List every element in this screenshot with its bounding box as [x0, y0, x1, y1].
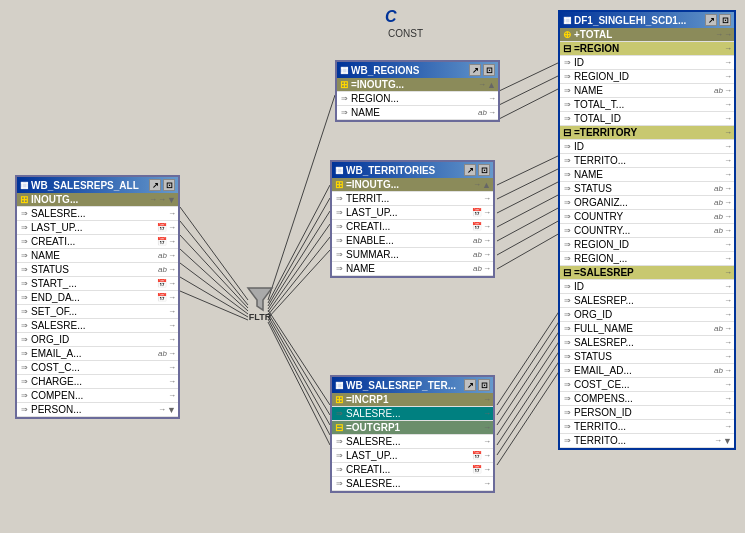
table-wb-regions[interactable]: ▦ WB_REGIONS ↗ ⊡ ⊞ =INOUTG... →▲ ⇒ REGIO…	[335, 60, 500, 122]
table-row[interactable]: ⇒ SALESRE... →	[332, 407, 493, 421]
table-row[interactable]: ⇒ ORGANIZ... ab→	[560, 196, 734, 210]
table-row[interactable]: ⇒ TERRITO... →▼	[560, 434, 734, 448]
table-row[interactable]: ⊞ =INCRP1 →	[332, 393, 493, 407]
restore-icon[interactable]: ⊡	[163, 179, 175, 191]
row-text: ENABLE...	[346, 235, 473, 246]
restore-icon[interactable]: ⊡	[483, 64, 495, 76]
table-row[interactable]: ⊟ =REGION →	[560, 42, 734, 56]
table-row[interactable]: ⇒ EMAIL_AD... ab→	[560, 364, 734, 378]
table-row[interactable]: ⇒ COST_C... →	[17, 361, 178, 375]
table-row[interactable]: ⇒ SUMMAR... ab→	[332, 248, 493, 262]
table-row[interactable]: ⇒ ID →	[560, 56, 734, 70]
table-row[interactable]: ⇒ ID →	[560, 280, 734, 294]
table-row[interactable]: ⇒ SALESRE... →	[332, 477, 493, 491]
row-text: =INOUTG...	[351, 79, 478, 90]
restore-icon[interactable]: ⊡	[478, 379, 490, 391]
table-row[interactable]: ⇒ LAST_UP... 📅→	[17, 221, 178, 235]
table-row[interactable]: ⇒ TERRITO... →	[560, 420, 734, 434]
table-wb-salesrep-ter[interactable]: ▦ WB_SALESREP_TER... ↗ ⊡ ⊞ =INCRP1 → ⇒ S…	[330, 375, 495, 493]
table-row[interactable]: ⇒ NAME ab→	[337, 106, 498, 120]
table-row[interactable]: ⊞ =INOUTG... →▲	[332, 178, 493, 192]
row-text: STATUS	[31, 264, 158, 275]
table-row[interactable]: ⇒ START_... 📅→	[17, 277, 178, 291]
table-row[interactable]: ⇒ REGION... →	[337, 92, 498, 106]
arrow-icon: ⇒	[334, 208, 344, 218]
table-row[interactable]: ⇒ REGION_ID →	[560, 238, 734, 252]
table-row[interactable]: ⇒ REGION_ID →	[560, 70, 734, 84]
table-row[interactable]: ⇒ ENABLE... ab→	[332, 234, 493, 248]
svg-line-27	[497, 220, 560, 255]
maximize-icon[interactable]: ↗	[149, 179, 161, 191]
table-row[interactable]: ⇒ CHARGE... →	[17, 375, 178, 389]
row-text: ID	[574, 57, 724, 68]
table-row[interactable]: ⇒ NAME ab→	[560, 84, 734, 98]
table-row[interactable]: ⇒ TOTAL_ID →	[560, 112, 734, 126]
table-row[interactable]: ⇒ CREATI... 📅→	[332, 463, 493, 477]
arrow-icon: ⇒	[562, 436, 572, 446]
table-row[interactable]: ⊞ =INOUTG... →▲	[337, 78, 498, 92]
table-row[interactable]: ⊟ =TERRITORY →	[560, 126, 734, 140]
maximize-icon[interactable]: ↗	[464, 379, 476, 391]
table-row[interactable]: ⇒ NAME ab→	[17, 249, 178, 263]
table-row[interactable]: ⇒ COMPEN... →	[17, 389, 178, 403]
table-row[interactable]: ⊟ =OUTGRP1 →	[332, 421, 493, 435]
table-row[interactable]: ⊟ =SALESREP →	[560, 266, 734, 280]
row-text: FULL_NAME	[574, 323, 714, 334]
table-row[interactable]: ⊞ INOUTG... →→▼	[17, 193, 178, 207]
arrow-icon: ⇒	[19, 293, 29, 303]
table-row[interactable]: ⇒ ORG_ID →	[17, 333, 178, 347]
table-row[interactable]: ⇒ FULL_NAME ab→	[560, 322, 734, 336]
table-row[interactable]: ⇒ COST_CE... →	[560, 378, 734, 392]
table-row[interactable]: ⇒ SALESRE... →	[17, 319, 178, 333]
maximize-icon[interactable]: ↗	[464, 164, 476, 176]
table-row[interactable]: ⇒ COUNTRY ab→	[560, 210, 734, 224]
table-row[interactable]: ⇒ STATUS ab→	[17, 263, 178, 277]
table-row[interactable]: ⇒ ID →	[560, 140, 734, 154]
table-title-wb-territories: WB_TERRITORIES	[346, 165, 435, 176]
table-row[interactable]: ⇒ COMPENS... →	[560, 392, 734, 406]
arrow-icon: ⇒	[562, 408, 572, 418]
restore-icon[interactable]: ⊡	[478, 164, 490, 176]
table-row[interactable]: ⇒ STATUS →	[560, 350, 734, 364]
const-label: C	[385, 8, 397, 26]
table-row[interactable]: ⇒ LAST_UP... 📅→	[332, 206, 493, 220]
table-row[interactable]: ⇒ SALESRE... →	[17, 207, 178, 221]
row-text: +TOTAL	[574, 29, 715, 40]
table-row[interactable]: ⇒ END_DA... 📅→	[17, 291, 178, 305]
arrow-icon: ⇒	[19, 251, 29, 261]
table-row[interactable]: ⇒ TERRIT... →	[332, 192, 493, 206]
table-row[interactable]: ⇒ SET_OF... →	[17, 305, 178, 319]
table-row[interactable]: ⇒ LAST_UP... 📅→	[332, 449, 493, 463]
maximize-icon[interactable]: ↗	[705, 14, 717, 26]
svg-line-0	[180, 207, 248, 300]
row-text: INOUTG...	[31, 194, 149, 205]
table-row[interactable]: ⇒ SALESREP... →	[560, 336, 734, 350]
table-df1-singlehi[interactable]: ▦ DF1_SINGLEHI_SCD1... ↗ ⊡ ⊕ +TOTAL →→ ⊟…	[558, 10, 736, 450]
restore-icon[interactable]: ⊡	[719, 14, 731, 26]
table-row[interactable]: ⇒ CREATI... 📅→	[332, 220, 493, 234]
minus-icon: ⊟	[562, 268, 572, 278]
row-text: ID	[574, 141, 724, 152]
table-wb-territories[interactable]: ▦ WB_TERRITORIES ↗ ⊡ ⊞ =INOUTG... →▲ ⇒ T…	[330, 160, 495, 278]
table-row[interactable]: ⇒ TOTAL_T... →	[560, 98, 734, 112]
svg-line-29	[497, 310, 560, 405]
table-row[interactable]: ⇒ COUNTRY... ab→	[560, 224, 734, 238]
table-row[interactable]: ⇒ SALESRE... →	[332, 435, 493, 449]
table-row[interactable]: ⇒ STATUS ab→	[560, 182, 734, 196]
table-wb-salesreps-all[interactable]: ▦ WB_SALESREPS_ALL ↗ ⊡ ⊞ INOUTG... →→▼ ⇒…	[15, 175, 180, 419]
table-row[interactable]: ⇒ NAME →	[560, 168, 734, 182]
minus-icon: ⊟	[562, 44, 572, 54]
table-row[interactable]: ⇒ EMAIL_A... ab→	[17, 347, 178, 361]
arrow-icon: ⇒	[19, 321, 29, 331]
table-row[interactable]: ⇒ CREATI... 📅→	[17, 235, 178, 249]
table-row[interactable]: ⇒ ORG_ID →	[560, 308, 734, 322]
maximize-icon[interactable]: ↗	[469, 64, 481, 76]
table-row[interactable]: ⇒ PERSON... →▼	[17, 403, 178, 417]
table-row[interactable]: ⇒ NAME ab→	[332, 262, 493, 276]
table-row[interactable]: ⇒ SALESREP... →	[560, 294, 734, 308]
table-row[interactable]: ⇒ PERSON_ID →	[560, 406, 734, 420]
table-row[interactable]: ⇒ TERRITO... →	[560, 154, 734, 168]
table-row[interactable]: ⇒ REGION_... →	[560, 252, 734, 266]
table-row[interactable]: ⊕ +TOTAL →→	[560, 28, 734, 42]
filter-node[interactable]: FLTR	[240, 283, 280, 323]
